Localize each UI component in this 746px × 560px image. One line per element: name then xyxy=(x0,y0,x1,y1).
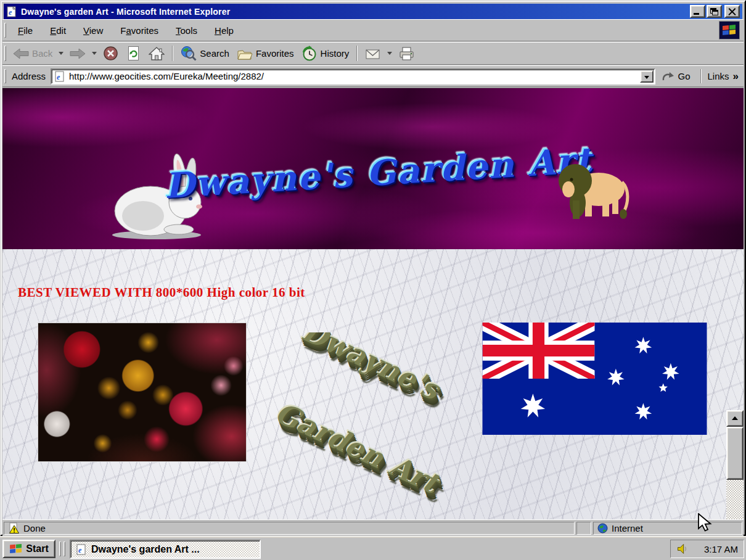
australian-flag-image xyxy=(482,323,707,435)
mouse-cursor xyxy=(698,513,714,532)
taskbar-grip[interactable] xyxy=(64,541,65,556)
history-button[interactable]: History xyxy=(298,44,353,64)
ie-icon: e xyxy=(76,544,87,555)
svg-text:e: e xyxy=(57,73,60,81)
stop-button[interactable] xyxy=(99,44,122,63)
system-tray: 3:17 AM xyxy=(670,540,744,558)
menu-file[interactable]: File xyxy=(9,23,41,38)
lion-image xyxy=(553,157,632,224)
task-button-active[interactable]: e Dwayne's garden Art ... xyxy=(70,540,261,559)
status-panel-zone: Internet xyxy=(593,522,742,535)
restore-icon-back xyxy=(712,10,718,15)
forward-button[interactable] xyxy=(66,46,89,61)
garden-3d-line2: Garden Art xyxy=(273,395,443,500)
mail-button[interactable] xyxy=(361,44,385,63)
vertical-scrollbar xyxy=(726,410,744,519)
mail-icon xyxy=(365,46,381,61)
address-dropdown-button[interactable] xyxy=(640,70,654,83)
windows-flag-icon xyxy=(9,543,23,554)
menu-favorites[interactable]: Favorites xyxy=(112,23,167,38)
taskbar: Start e Dwayne's garden Art ... 3:17 AM xyxy=(0,536,746,560)
history-icon xyxy=(301,46,318,62)
back-arrow-icon xyxy=(13,48,29,59)
status-bar: Done Internet xyxy=(2,519,744,536)
close-button[interactable] xyxy=(724,5,740,18)
mail-dropdown-caret[interactable] xyxy=(387,52,392,55)
ie-throbber-logo xyxy=(719,21,740,39)
toolbar: Back xyxy=(2,42,744,65)
toolbar-separator xyxy=(172,46,173,61)
status-text: Done xyxy=(23,523,46,533)
home-icon xyxy=(149,46,165,61)
volume-icon[interactable] xyxy=(676,543,689,555)
window-title: Dwayne's garden Art - Microsoft Internet… xyxy=(21,7,690,17)
address-label: Address xyxy=(9,71,51,81)
search-icon xyxy=(181,46,197,62)
stop-icon xyxy=(103,46,118,61)
desktop: e Dwayne's garden Art - Microsoft Intern… xyxy=(0,0,746,560)
scroll-up-button[interactable] xyxy=(726,410,744,427)
start-button[interactable]: Start xyxy=(2,540,55,558)
garden-art-3d-image: Dwayne's Garden Art xyxy=(273,332,467,519)
page-ie-icon: e xyxy=(54,71,65,82)
menu-tools[interactable]: Tools xyxy=(167,23,206,38)
taskbar-grip[interactable] xyxy=(59,541,61,556)
links-separator xyxy=(700,69,702,84)
task-button-label: Dwayne's garden Art ... xyxy=(91,544,200,555)
start-label: Start xyxy=(26,543,48,554)
svg-text:e: e xyxy=(9,8,12,17)
go-arrow-icon xyxy=(662,71,675,82)
address-combo: e xyxy=(51,68,655,84)
menu-help[interactable]: Help xyxy=(206,23,242,38)
page-body: BEST VIEWED WITH 800*600 High color 16 b… xyxy=(2,249,744,519)
windows-flag-icon xyxy=(722,24,737,36)
back-button[interactable]: Back xyxy=(9,46,56,61)
refresh-button[interactable] xyxy=(122,44,145,63)
links-chevron-icon[interactable]: » xyxy=(733,70,739,83)
flowers-image xyxy=(38,323,247,462)
page-warning-icon xyxy=(8,522,20,534)
internet-globe-icon xyxy=(597,523,608,533)
page-viewport: Dwayne's Garden Art BEST VIEWED WITH 800… xyxy=(2,88,744,519)
address-input[interactable] xyxy=(68,70,640,83)
toolbar-grip[interactable] xyxy=(4,46,6,61)
garden-3d-line1: Dwayne's xyxy=(297,332,445,406)
menu-view[interactable]: View xyxy=(75,23,112,38)
search-button[interactable]: Search xyxy=(177,44,233,64)
page-banner: Dwayne's Garden Art xyxy=(2,88,744,249)
back-dropdown-caret[interactable] xyxy=(59,52,64,55)
favorites-button[interactable]: Favorites xyxy=(233,44,298,63)
ie-document-icon: e xyxy=(6,6,17,17)
address-bar: Address e Go Links » xyxy=(2,65,744,87)
addressbar-grip[interactable] xyxy=(4,69,6,83)
home-button[interactable] xyxy=(145,44,168,63)
clock[interactable]: 3:17 AM xyxy=(704,544,738,554)
forward-arrow-icon xyxy=(70,48,86,59)
menubar-grip[interactable] xyxy=(4,23,6,38)
menu-edit[interactable]: Edit xyxy=(41,23,75,38)
print-button[interactable] xyxy=(395,44,419,63)
forward-dropdown-caret[interactable] xyxy=(92,52,97,55)
status-panel-progress xyxy=(576,522,591,535)
best-viewed-text: BEST VIEWED WITH 800*600 High color 16 b… xyxy=(18,285,305,300)
security-zone-text: Internet xyxy=(612,523,643,533)
minimize-button[interactable] xyxy=(690,5,705,18)
minimize-icon xyxy=(694,13,699,15)
print-icon xyxy=(398,46,415,61)
menu-bar: File Edit View Favorites Tools Help xyxy=(2,19,744,41)
title-bar[interactable]: e Dwayne's garden Art - Microsoft Intern… xyxy=(4,4,742,19)
links-button[interactable]: Links » xyxy=(705,70,744,83)
status-panel-main: Done xyxy=(4,522,575,535)
toolbar-separator xyxy=(356,46,358,61)
scrollbar-thumb[interactable] xyxy=(726,427,744,480)
go-button[interactable]: Go xyxy=(655,71,696,82)
svg-text:e: e xyxy=(78,546,82,554)
browser-window: e Dwayne's garden Art - Microsoft Intern… xyxy=(0,0,746,536)
favorites-folder-icon xyxy=(237,46,253,61)
banner-title-text: Dwayne's Garden Art xyxy=(194,115,563,230)
restore-button[interactable] xyxy=(707,5,722,18)
refresh-icon xyxy=(126,46,141,61)
